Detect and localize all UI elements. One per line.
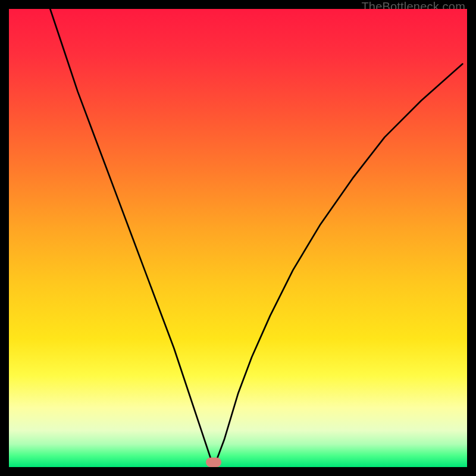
chart-plot-area xyxy=(9,9,467,467)
bottleneck-curve xyxy=(9,9,467,467)
minimum-marker xyxy=(206,458,221,467)
